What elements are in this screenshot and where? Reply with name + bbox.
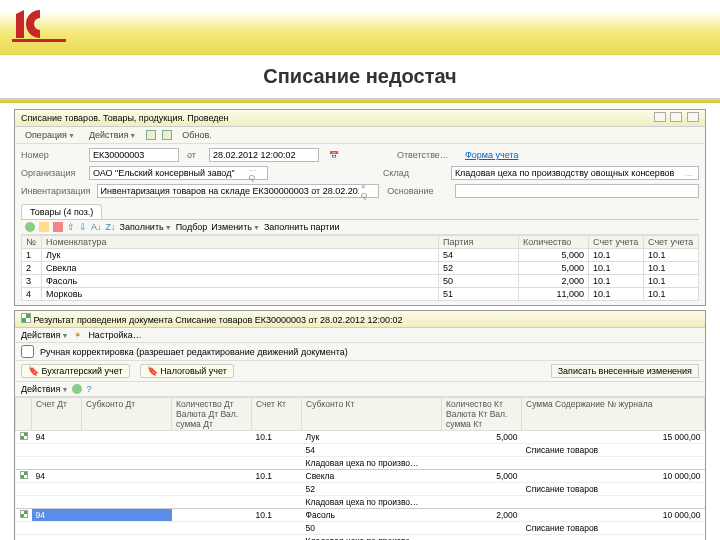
form-area: Номер от 📅 Ответстве… Форма учета Органи… [15, 144, 705, 305]
col-kt[interactable]: Счет Кт [252, 398, 302, 431]
ledger-row[interactable]: 50Списание товаров [16, 522, 705, 535]
date-label: от [187, 150, 201, 160]
window-writeoff: Списание товаров. Товары, продукция. Про… [14, 109, 706, 306]
ledger-table: Счет Дт Субконто Дт Количество Дт Валюта… [15, 397, 705, 540]
table-row[interactable]: 4Морковь5111,00010.110.1 [22, 288, 699, 301]
save-changes-button[interactable]: Записать внесенные изменения [551, 364, 699, 378]
max-icon[interactable] [670, 112, 682, 122]
sort-az-icon[interactable]: A↓ [91, 222, 102, 232]
col-subdt[interactable]: Субконто Дт [82, 398, 172, 431]
tabs: Товары (4 поз.) [21, 204, 699, 220]
sort-down-icon[interactable]: ⇩ [79, 222, 87, 232]
col-nom[interactable]: Номенклатура [42, 236, 439, 249]
sklad-label: Склад [383, 168, 443, 178]
manual-label: Ручная корректировка (разрешает редактир… [40, 347, 348, 357]
header-band [0, 0, 720, 55]
manual-row: Ручная корректировка (разрешает редактир… [15, 343, 705, 361]
table-row[interactable]: 3Фасоль502,00010.110.1 [22, 275, 699, 288]
date-field[interactable] [209, 148, 319, 162]
edit-icon[interactable] [39, 222, 49, 232]
actions-menu[interactable]: Действия▼ [85, 129, 140, 141]
min-icon[interactable] [654, 112, 666, 122]
nu-tab[interactable]: 🔖 Налоговый учет [140, 364, 234, 378]
ledger-row[interactable]: 54Списание товаров [16, 444, 705, 457]
col-n[interactable]: № [22, 236, 42, 249]
org-field[interactable]: …Q [89, 166, 268, 180]
main-toolbar: Операция▼ Действия▼ Обнов. [15, 127, 705, 144]
post-icon[interactable] [162, 130, 172, 140]
result-title: Результат проведения документа Списание … [34, 315, 403, 325]
manual-checkbox[interactable] [21, 345, 34, 358]
table-row[interactable]: 2Свекла525,00010.110.1 [22, 262, 699, 275]
ledger-row[interactable]: 94 10.1Лук5,00015 000,00 [16, 431, 705, 444]
bu-tab[interactable]: 🔖 Бухгалтерский учет [21, 364, 130, 378]
change-button[interactable]: Изменить▼ [211, 222, 260, 232]
calendar-icon[interactable]: 📅 [327, 151, 341, 160]
ledger-row[interactable]: 94 10.1Фасоль2,00010 000,00 [16, 509, 705, 522]
result-toolbar: Действия▼ ✶ Настройка… [15, 328, 705, 343]
ledger-row[interactable]: 52Списание товаров [16, 483, 705, 496]
number-field[interactable] [89, 148, 179, 162]
window-title-bar: Списание товаров. Товары, продукция. Про… [15, 110, 705, 127]
org-label: Организация [21, 168, 81, 178]
window-title: Списание товаров. Товары, продукция. Про… [21, 113, 229, 123]
inv-label: Инвентаризация [21, 186, 89, 196]
col-part[interactable]: Партия [439, 236, 519, 249]
col-sum[interactable]: Сумма Содержание № журнала [522, 398, 705, 431]
ledger-row[interactable]: Кладовая цеха по произво… [16, 457, 705, 470]
ledger-add-icon[interactable] [72, 384, 82, 394]
ledger-row[interactable]: Кладовая цеха по произво… [16, 496, 705, 509]
close-icon[interactable] [687, 112, 699, 122]
col-dt[interactable]: Счет Дт [32, 398, 82, 431]
osn-label: Основание [387, 186, 447, 196]
refresh-button[interactable]: Обнов. [178, 129, 215, 141]
col-acc1[interactable]: Счет учета [589, 236, 644, 249]
result-actions[interactable]: Действия▼ [21, 330, 68, 340]
sort-up-icon[interactable]: ⇧ [67, 222, 75, 232]
yellow-strip [0, 99, 720, 103]
col-qtydt[interactable]: Количество Дт Валюта Дт Вал. сумма Дт [172, 398, 252, 431]
svg-rect-0 [12, 39, 66, 42]
delete-icon[interactable] [53, 222, 63, 232]
otv-label: Ответстве… [397, 150, 457, 160]
save-icon[interactable] [146, 130, 156, 140]
col-qty[interactable]: Количество [519, 236, 589, 249]
inv-select-icon[interactable]: × Q [359, 182, 375, 200]
window-result: Результат проведения документа Списание … [14, 310, 706, 540]
result-icon [21, 313, 31, 323]
goods-table: № Номенклатура Партия Количество Счет уч… [21, 235, 699, 301]
tab-goods[interactable]: Товары (4 поз.) [21, 204, 102, 219]
grid-toolbar: ⇧ ⇩ A↓ Z↓ Заполнить▼ Подбор Изменить▼ За… [21, 220, 699, 235]
col-subkt[interactable]: Субконто Кт [302, 398, 442, 431]
settings-button[interactable]: Настройка… [88, 330, 141, 340]
table-row[interactable]: 1Лук545,00010.110.1 [22, 249, 699, 262]
add-icon[interactable] [25, 222, 35, 232]
gear-icon[interactable]: ✶ [74, 330, 82, 340]
register-tabs: 🔖 Бухгалтерский учет 🔖 Налоговый учет За… [15, 361, 705, 382]
ledger-row[interactable]: 94 10.1Свекла5,00010 000,00 [16, 470, 705, 483]
number-label: Номер [21, 150, 81, 160]
fill-parts-button[interactable]: Заполнить партии [264, 222, 340, 232]
result-title-bar: Результат проведения документа Списание … [15, 311, 705, 328]
sklad-select-icon[interactable]: … [683, 169, 695, 178]
ledger-toolbar: Действия▼ ? [15, 382, 705, 397]
ledger-row[interactable]: Кладовая цеха по произво… [16, 535, 705, 541]
inv-field[interactable]: × Q [97, 184, 380, 198]
window-controls [652, 112, 699, 124]
operation-menu[interactable]: Операция▼ [21, 129, 79, 141]
col-acc2[interactable]: Счет учета [644, 236, 699, 249]
page-title: Списание недостач [0, 55, 720, 99]
sort-za-icon[interactable]: Z↓ [106, 222, 116, 232]
osn-field[interactable] [455, 184, 699, 198]
logo-1c [12, 6, 66, 44]
col-qtykt[interactable]: Количество Кт Валюта Кт Вал. сумма Кт [442, 398, 522, 431]
ledger-help-icon[interactable]: ? [86, 384, 91, 394]
org-select-icon[interactable]: …Q [247, 164, 264, 182]
select-button[interactable]: Подбор [176, 222, 208, 232]
form-ucheta-link[interactable]: Форма учета [465, 150, 518, 160]
ledger-actions[interactable]: Действия▼ [21, 384, 68, 394]
sklad-field[interactable]: … [451, 166, 699, 180]
fill-button[interactable]: Заполнить▼ [120, 222, 172, 232]
